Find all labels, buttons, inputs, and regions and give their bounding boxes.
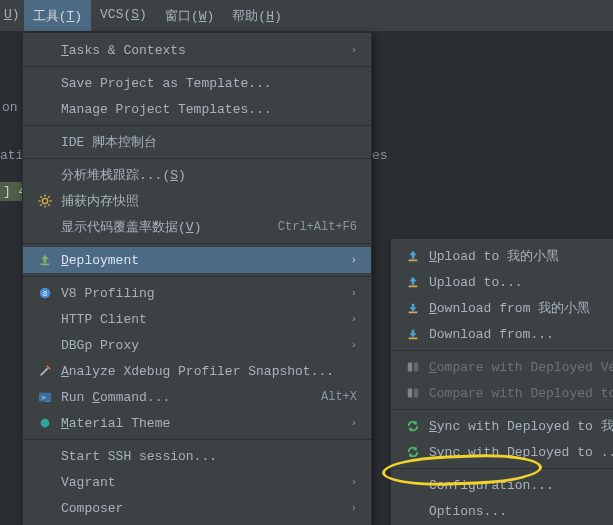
menubar-prev-fragment: U) — [0, 0, 24, 31]
svg-rect-23 — [408, 389, 412, 398]
tools-item-label: HTTP Client — [61, 312, 330, 327]
tools-separator — [23, 158, 371, 159]
svg-text:8: 8 — [43, 290, 47, 297]
svg-line-7 — [48, 196, 50, 198]
svg-line-6 — [48, 204, 50, 206]
deploy-item-3[interactable]: Download from... — [391, 321, 613, 347]
svg-line-12 — [41, 368, 48, 375]
tools-item-16[interactable]: Analyze Xdebug Profiler Snapshot... — [23, 358, 371, 384]
bg-ghost-4: es — [372, 148, 388, 163]
submenu-arrow-icon: › — [350, 287, 357, 299]
submenu-arrow-icon: › — [350, 417, 357, 429]
dot-icon — [35, 416, 55, 430]
tools-item-label: Run Command... — [61, 390, 297, 405]
deploy-item-9[interactable]: Sync with Deployed to ... — [391, 439, 613, 465]
tools-item-label: V8 Profiling — [61, 286, 330, 301]
menu-vcs[interactable]: VCS(S) — [91, 0, 156, 31]
v8-icon: 8 — [35, 286, 55, 300]
deploy-item-label: Upload to 我的小黑 — [429, 247, 613, 265]
deploy-item-label: Sync with Deployed to ... — [429, 445, 613, 460]
deploy-item-label: Sync with Deployed to 我 — [429, 417, 613, 435]
shortcut-label: Ctrl+Alt+F6 — [278, 220, 357, 234]
tools-item-label: 分析堆栈跟踪...(S) — [61, 166, 357, 184]
tools-item-18[interactable]: Material Theme› — [23, 410, 371, 436]
menu-tools[interactable]: 工具(T) — [24, 0, 91, 31]
compare-icon — [403, 386, 423, 400]
terminal-icon: >_ — [35, 390, 55, 404]
deploy-item-8[interactable]: Sync with Deployed to 我 — [391, 413, 613, 439]
tools-item-14[interactable]: HTTP Client› — [23, 306, 371, 332]
deploy-separator — [391, 409, 613, 410]
tools-separator — [23, 276, 371, 277]
deploy-item-label: Compare with Deployed Ve — [429, 360, 613, 375]
shortcut-label: Alt+X — [321, 390, 357, 404]
tools-item-17[interactable]: >_Run Command...Alt+X — [23, 384, 371, 410]
tools-item-5[interactable]: IDE 脚本控制台 — [23, 129, 371, 155]
deploy-item-1[interactable]: Upload to... — [391, 269, 613, 295]
tools-item-11[interactable]: Deployment› — [23, 247, 371, 273]
tools-item-22[interactable]: Composer› — [23, 495, 371, 521]
submenu-arrow-icon: › — [350, 502, 357, 514]
tools-item-label: 捕获内存快照 — [61, 192, 357, 210]
deploy-separator — [391, 468, 613, 469]
menu-window[interactable]: 窗口(W) — [156, 0, 223, 31]
tools-separator — [23, 439, 371, 440]
submenu-arrow-icon: › — [350, 339, 357, 351]
wand-icon — [35, 364, 55, 378]
tools-item-3[interactable]: Manage Project Templates... — [23, 96, 371, 122]
tools-item-20[interactable]: Start SSH session... — [23, 443, 371, 469]
deploy-item-label: Options... — [429, 504, 613, 519]
deploy-item-11[interactable]: Configuration... — [391, 472, 613, 498]
deploy-item-label: Compare with Deployed to — [429, 386, 613, 401]
deploy-item-label: Download from... — [429, 327, 613, 342]
upload-blue-icon — [403, 249, 423, 263]
sync-icon — [403, 445, 423, 459]
deployment-submenu: Upload to 我的小黑Upload to...Download from … — [390, 238, 613, 525]
tools-item-15[interactable]: DBGp Proxy› — [23, 332, 371, 358]
upload-blue-icon — [403, 275, 423, 289]
svg-rect-21 — [408, 363, 412, 372]
svg-rect-9 — [41, 264, 50, 266]
tools-item-13[interactable]: 8V8 Profiling› — [23, 280, 371, 306]
svg-point-16 — [41, 419, 50, 428]
deploy-separator — [391, 350, 613, 351]
upload-green-icon — [35, 253, 55, 267]
compare-icon — [403, 360, 423, 374]
gear-icon — [35, 194, 55, 208]
tools-item-21[interactable]: Vagrant› — [23, 469, 371, 495]
tools-dropdown: Tasks & Contexts›Save Project as Templat… — [22, 32, 372, 525]
deploy-item-5: Compare with Deployed Ve — [391, 354, 613, 380]
deploy-item-label: Download from 我的小黑 — [429, 299, 613, 317]
tools-item-8[interactable]: 捕获内存快照 — [23, 188, 371, 214]
svg-rect-18 — [409, 286, 418, 288]
tools-separator — [23, 66, 371, 67]
deploy-item-2[interactable]: Download from 我的小黑 — [391, 295, 613, 321]
bg-ghost-2: ati — [0, 148, 23, 163]
tools-item-7[interactable]: 分析堆栈跟踪...(S) — [23, 162, 371, 188]
svg-text:>_: >_ — [42, 394, 51, 402]
svg-line-8 — [40, 204, 42, 206]
tools-item-2[interactable]: Save Project as Template... — [23, 70, 371, 96]
download-blue-icon — [403, 327, 423, 341]
tools-separator — [23, 243, 371, 244]
submenu-arrow-icon: › — [350, 44, 357, 56]
tools-item-0[interactable]: Tasks & Contexts› — [23, 37, 371, 63]
tools-item-label: Analyze Xdebug Profiler Snapshot... — [61, 364, 357, 379]
svg-point-0 — [42, 198, 47, 203]
tools-item-label: Tasks & Contexts — [61, 43, 330, 58]
tools-item-label: Vagrant — [61, 475, 330, 490]
svg-rect-17 — [409, 260, 418, 262]
menu-help[interactable]: 帮助(H) — [223, 0, 290, 31]
svg-rect-19 — [409, 312, 418, 314]
svg-rect-24 — [414, 389, 418, 398]
tools-item-label: Start SSH session... — [61, 449, 357, 464]
deploy-item-label: Configuration... — [429, 478, 613, 493]
deploy-item-12[interactable]: Options... — [391, 498, 613, 524]
deploy-item-0[interactable]: Upload to 我的小黑 — [391, 243, 613, 269]
submenu-arrow-icon: › — [350, 476, 357, 488]
sync-icon — [403, 419, 423, 433]
svg-rect-22 — [414, 363, 418, 372]
tools-item-9[interactable]: 显示代码覆盖率数据(V)Ctrl+Alt+F6 — [23, 214, 371, 240]
tools-item-label: Material Theme — [61, 416, 330, 431]
tools-item-label: Manage Project Templates... — [61, 102, 357, 117]
